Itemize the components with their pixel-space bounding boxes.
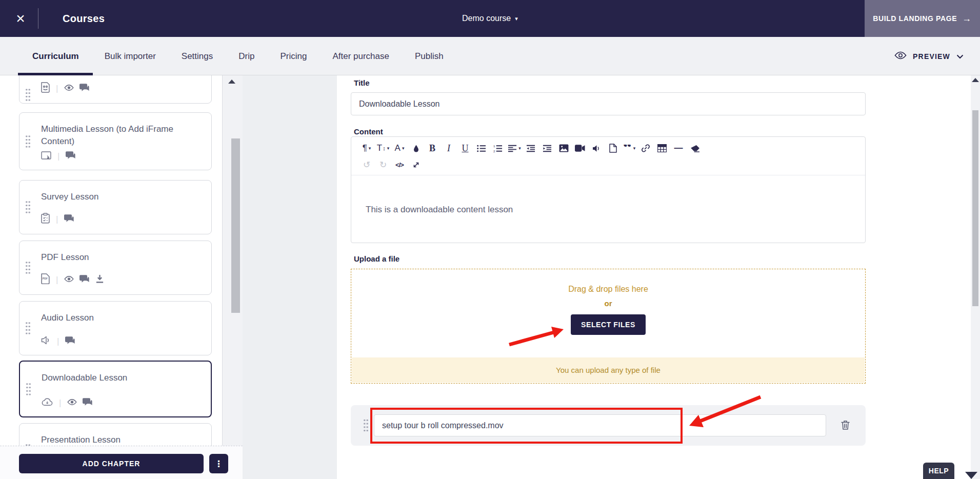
icon-divider: | (56, 84, 58, 94)
icon-divider: | (56, 214, 58, 225)
insert-video-icon[interactable] (573, 142, 587, 155)
content-gutter (243, 75, 337, 479)
chat-icon[interactable] (79, 275, 90, 285)
eye-icon (894, 51, 907, 61)
scroll-down-arrow-icon[interactable] (965, 472, 977, 479)
lesson-card-multimedia[interactable]: Multimedia Lesson (to Add iFrame Content… (19, 112, 212, 170)
insert-link-icon[interactable] (639, 142, 652, 155)
drag-handle-icon[interactable] (25, 134, 31, 148)
insert-audio-icon[interactable] (590, 142, 603, 155)
tab-drip[interactable]: Drip (238, 37, 254, 75)
editor-text: This is a downloadable content lesson (366, 205, 513, 215)
redo-icon[interactable]: ↻ (376, 158, 390, 171)
italic-icon[interactable]: I (442, 142, 455, 155)
drag-handle-icon[interactable] (25, 88, 31, 102)
page-scrollbar-thumb[interactable] (972, 110, 978, 306)
fullscreen-icon[interactable] (409, 158, 423, 171)
lesson-icon-row: PDF| (41, 273, 104, 286)
lesson-card-downloadable[interactable]: Downloadable Lesson| (19, 361, 212, 417)
tab-after-purchase[interactable]: After purchase (332, 37, 389, 75)
text-color-icon[interactable]: A▾ (393, 142, 406, 155)
lesson-title: PDF Lesson (41, 251, 201, 264)
paragraph-format-icon[interactable]: ¶▾ (360, 142, 373, 155)
uploaded-file-row (351, 405, 866, 446)
lesson-card-quiz[interactable]: | (19, 75, 212, 104)
tab-pricing[interactable]: Pricing (280, 37, 307, 75)
page-scrollbar[interactable] (971, 75, 980, 479)
more-options-button[interactable]: ⋮ (209, 454, 228, 473)
icon-divider: | (57, 151, 59, 162)
lesson-title-input[interactable] (351, 92, 866, 115)
sidebar-scrollbar[interactable] (222, 75, 243, 446)
drag-handle-icon[interactable] (25, 201, 31, 214)
highlight-icon[interactable] (409, 142, 423, 155)
eye-icon[interactable] (64, 275, 74, 285)
quote-icon[interactable]: “▾ (623, 142, 636, 155)
build-landing-page-label: BUILD LANDING PAGE (873, 14, 957, 23)
icon-divider: | (59, 398, 61, 408)
align-icon[interactable]: ▾ (508, 142, 521, 155)
insert-table-icon[interactable] (655, 142, 669, 155)
lesson-card-survey[interactable]: Survey Lesson| (19, 180, 212, 234)
indent-icon[interactable] (541, 142, 554, 155)
eye-icon[interactable] (67, 398, 77, 408)
course-builder-window: × Courses Demo course ▾ BUILD LANDING PA… (0, 0, 980, 479)
course-selector-label: Demo course (462, 14, 511, 23)
build-landing-page-button[interactable]: BUILD LANDING PAGE → (865, 0, 980, 37)
scroll-up-arrow-icon[interactable] (972, 78, 979, 82)
editor-textarea[interactable]: This is a downloadable content lesson (351, 175, 865, 243)
survey-lesson-icon (41, 213, 50, 226)
sidebar-footer: ADD CHAPTER ⋮ (0, 446, 243, 479)
tab-settings[interactable]: Settings (182, 37, 213, 75)
lesson-card-presentation[interactable]: Presentation Lesson (19, 423, 212, 446)
sidebar-scrollbar-thumb[interactable] (231, 138, 240, 313)
dropzone-note: You can upload any type of file (352, 357, 865, 383)
lesson-form: Title Content ¶▾T↕▾A▾BIU12▾“▾— ↺↻</> Thi… (337, 75, 971, 479)
pdf-lesson-icon: PDF (41, 273, 50, 286)
dropzone-or-label: or (351, 299, 865, 308)
chat-icon[interactable] (66, 151, 76, 162)
tab-curriculum[interactable]: Curriculum (32, 37, 79, 75)
add-chapter-button[interactable]: ADD CHAPTER (19, 454, 204, 473)
font-size-icon[interactable]: T↕▾ (376, 142, 390, 155)
horizontal-rule-icon[interactable]: — (672, 142, 685, 155)
code-view-icon[interactable]: </> (393, 158, 406, 171)
undo-icon[interactable]: ↺ (360, 158, 373, 171)
outdent-icon[interactable] (524, 142, 537, 155)
scroll-up-arrow-icon[interactable] (228, 79, 235, 84)
download-icon[interactable] (95, 274, 104, 285)
tab-bulk-importer[interactable]: Bulk importer (105, 37, 156, 75)
lesson-icon-row: | (41, 336, 75, 347)
close-icon[interactable]: × (9, 0, 32, 37)
bold-icon[interactable]: B (426, 142, 439, 155)
arrow-right-icon: → (962, 13, 972, 24)
drag-handle-icon[interactable] (25, 322, 31, 335)
chat-icon[interactable] (83, 398, 93, 408)
file-dropzone[interactable]: Drag & drop files here or SELECT FILES Y… (351, 269, 866, 384)
chat-icon[interactable] (79, 84, 90, 94)
chat-icon[interactable] (65, 336, 75, 347)
underline-icon[interactable]: U (458, 142, 472, 155)
insert-file-icon[interactable] (606, 142, 619, 155)
select-files-button[interactable]: SELECT FILES (571, 314, 646, 335)
chat-icon[interactable] (64, 214, 74, 225)
unordered-list-icon[interactable] (475, 142, 488, 155)
lesson-title: Survey Lesson (41, 191, 201, 203)
drag-handle-icon[interactable] (363, 418, 369, 432)
help-button[interactable]: HELP (923, 463, 954, 479)
lesson-card-pdf[interactable]: PDF LessonPDF| (19, 241, 212, 295)
drag-handle-icon[interactable] (26, 382, 31, 396)
ordered-list-icon[interactable]: 12 (491, 142, 505, 155)
delete-file-icon[interactable] (841, 420, 850, 430)
lesson-card-audio[interactable]: Audio Lesson| (19, 301, 212, 355)
eye-icon[interactable] (64, 84, 74, 93)
clear-formatting-icon[interactable] (688, 142, 702, 155)
insert-image-icon[interactable] (557, 142, 570, 155)
preview-dropdown[interactable]: PREVIEW (894, 37, 964, 75)
drag-handle-icon[interactable] (25, 261, 31, 275)
file-name-input[interactable] (374, 414, 826, 436)
chevron-down-icon (956, 52, 964, 61)
svg-text:2: 2 (493, 149, 495, 152)
course-selector-dropdown[interactable]: Demo course ▾ (462, 0, 518, 37)
tab-publish[interactable]: Publish (415, 37, 444, 75)
